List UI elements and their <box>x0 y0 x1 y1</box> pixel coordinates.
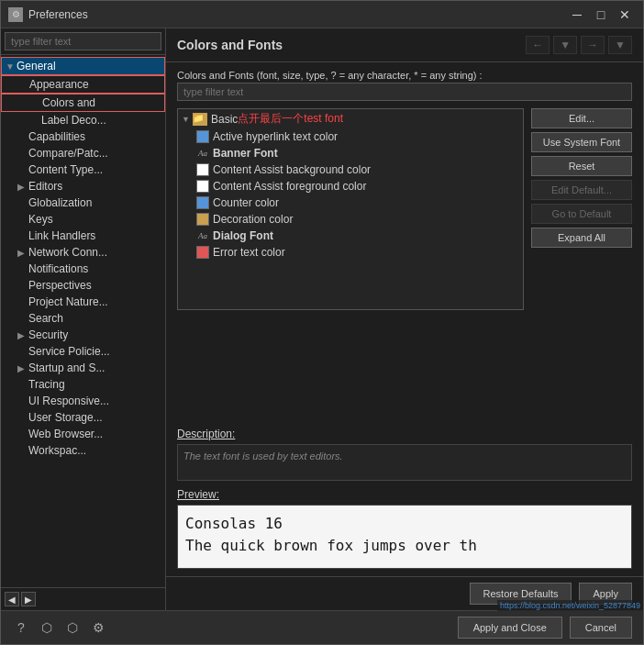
nav-dropdown2-button[interactable]: ▼ <box>608 36 632 54</box>
sidebar-scroll: ◀ ▶ <box>5 592 36 606</box>
sidebar-label-colors: Colors and <box>42 96 95 109</box>
color-swatch <box>196 180 209 193</box>
sidebar-item-capabilities[interactable]: Capabilities <box>1 128 165 145</box>
action-buttons: Edit... Use System Font Reset Edit Defau… <box>531 108 632 420</box>
title-bar: ⚙ Preferences ─ □ ✕ <box>1 1 643 28</box>
use-system-font-button[interactable]: Use System Font <box>531 132 632 152</box>
font-label: Dialog Font <box>213 229 273 242</box>
expand-icon-security: ▶ <box>17 330 28 340</box>
panel-header: Colors and Fonts ← ▼ → ▼ <box>166 28 643 62</box>
footer-icons: ? ⬡ ⬡ ⚙ <box>12 618 107 637</box>
sidebar-item-globalization[interactable]: Globalization <box>1 195 165 211</box>
sidebar-item-notifications[interactable]: Notifications <box>1 261 165 277</box>
sidebar-item-search[interactable]: Search <box>1 310 165 327</box>
edit-default-button[interactable]: Edit Default... <box>531 180 632 200</box>
sidebar-item-webbrowser[interactable]: Web Browser... <box>1 426 165 442</box>
color-label: Counter color <box>213 196 279 209</box>
color-item-errortextcolor[interactable]: Error text color <box>178 244 523 261</box>
color-label: Content Assist foreground color <box>213 180 366 193</box>
minimize-button[interactable]: ─ <box>566 6 588 24</box>
color-item-bannerfont[interactable]: AaBanner Font <box>178 145 523 161</box>
color-swatch <box>196 246 209 259</box>
sidebar-filter-input[interactable] <box>5 32 161 50</box>
color-swatch <box>196 196 209 209</box>
sidebar-item-tracing[interactable]: Tracing <box>1 376 165 393</box>
nav-back-button[interactable]: ← <box>526 36 550 54</box>
sidebar-label-servicepolicies: Service Policie... <box>28 345 110 358</box>
sidebar-item-labeldecorations[interactable]: Label Deco... <box>1 112 165 128</box>
sidebar-label-appearance: Appearance <box>29 78 89 91</box>
nav-forward-button[interactable]: → <box>581 36 605 54</box>
expand-icon-editors: ▶ <box>17 182 28 192</box>
sidebar-item-workspaces[interactable]: Workspac... <box>1 442 165 459</box>
export-icon[interactable]: ⬡ <box>63 618 82 637</box>
sidebar-item-linkhandlers[interactable]: Link Handlers <box>1 228 165 244</box>
cancel-button[interactable]: Cancel <box>570 617 632 639</box>
color-item-countercolor[interactable]: Counter color <box>178 195 523 211</box>
app-icon: ⚙ <box>8 7 23 22</box>
color-swatch <box>196 163 209 176</box>
sidebar-item-startup[interactable]: ▶Startup and S... <box>1 360 165 376</box>
sidebar-item-uiresponsive[interactable]: UI Responsive... <box>1 393 165 409</box>
nav-dropdown1-button[interactable]: ▼ <box>553 36 577 54</box>
import-icon[interactable]: ⬡ <box>38 618 56 637</box>
main-content: ▼GeneralAppearanceColors andLabel Deco..… <box>1 28 643 610</box>
sidebar-item-appearance[interactable]: Appearance <box>1 75 165 94</box>
sidebar-label-editors: Editors <box>28 180 62 193</box>
sidebar-item-projectnature[interactable]: Project Nature... <box>1 294 165 310</box>
color-item-hyperlink[interactable]: Active hyperlink text color <box>178 128 523 145</box>
expand-icon: ▼ <box>182 115 193 124</box>
footer: ? ⬡ ⬡ ⚙ Apply and Close Cancel https://b… <box>1 610 643 644</box>
reset-button[interactable]: Reset <box>531 156 632 176</box>
sidebar-item-userstorage[interactable]: User Storage... <box>1 409 165 426</box>
expand-icon-startup: ▶ <box>17 363 28 373</box>
sidebar-item-comparepatch[interactable]: Compare/Patc... <box>1 145 165 161</box>
panel-body: Colors and Fonts (font, size, type, ? = … <box>166 62 643 576</box>
color-item-basic[interactable]: ▼📁Basic 点开最后一个test font <box>178 109 523 128</box>
apply-and-close-button[interactable]: Apply and Close <box>458 617 562 639</box>
sidebar-label-projectnature: Project Nature... <box>28 295 108 308</box>
sidebar-item-networkconn[interactable]: ▶Network Conn... <box>1 244 165 261</box>
sidebar-item-security[interactable]: ▶Security <box>1 327 165 343</box>
edit-button[interactable]: Edit... <box>531 108 632 128</box>
sidebar-item-keys[interactable]: Keys <box>1 211 165 228</box>
color-item-contentassistfg[interactable]: Content Assist foreground color <box>178 178 523 195</box>
sidebar-item-contenttypes[interactable]: Content Type... <box>1 161 165 178</box>
expand-icon-general: ▼ <box>6 61 17 72</box>
sidebar-label-general: General <box>17 60 56 72</box>
title-bar-title: Preferences <box>28 8 566 21</box>
description-text: The text font is used by text editors. <box>177 444 632 481</box>
font-icon: Aa <box>196 229 209 242</box>
sidebar-item-servicepolicies[interactable]: Service Policie... <box>1 343 165 360</box>
restore-defaults-button[interactable]: Restore Defaults <box>470 583 572 605</box>
color-item-decorationcolor[interactable]: Decoration color <box>178 211 523 228</box>
sidebar-item-editors[interactable]: ▶Editors <box>1 178 165 195</box>
sidebar-item-colors[interactable]: Colors and <box>1 94 165 112</box>
sidebar-scroll-left[interactable]: ◀ <box>5 592 19 606</box>
sidebar-label-linkhandlers: Link Handlers <box>28 229 95 242</box>
settings-icon[interactable]: ⚙ <box>89 618 107 637</box>
sidebar-label-uiresponsive: UI Responsive... <box>28 395 109 407</box>
font-icon: Aa <box>196 147 209 160</box>
color-item-contentassistbg[interactable]: Content Assist background color <box>178 161 523 178</box>
footer-actions: Apply and Close Cancel <box>458 617 632 639</box>
color-swatch <box>196 130 209 143</box>
expand-all-button[interactable]: Expand All <box>531 228 632 248</box>
chinese-note: 点开最后一个test font <box>238 111 343 127</box>
sidebar-label-globalization: Globalization <box>28 196 92 209</box>
help-icon[interactable]: ? <box>12 618 30 637</box>
color-swatch <box>196 213 209 226</box>
color-item-dialogfont[interactable]: AaDialog Font <box>178 228 523 244</box>
colors-filter-input[interactable] <box>177 83 632 101</box>
go-to-default-button[interactable]: Go to Default <box>531 204 632 224</box>
maximize-button[interactable]: □ <box>590 6 612 24</box>
apply-button[interactable]: Apply <box>579 583 632 605</box>
filter-section: Colors and Fonts (font, size, type, ? = … <box>177 70 632 101</box>
sidebar-item-general[interactable]: ▼General <box>1 57 165 75</box>
close-button[interactable]: ✕ <box>614 6 636 24</box>
color-label: Content Assist background color <box>213 163 371 176</box>
sidebar-item-perspectives[interactable]: Perspectives <box>1 277 165 294</box>
colors-tree-list[interactable]: ▼📁Basic 点开最后一个test fontActive hyperlink … <box>177 108 524 310</box>
right-panel: Colors and Fonts ← ▼ → ▼ Colors and Font… <box>166 28 643 610</box>
sidebar-scroll-right[interactable]: ▶ <box>21 592 36 606</box>
